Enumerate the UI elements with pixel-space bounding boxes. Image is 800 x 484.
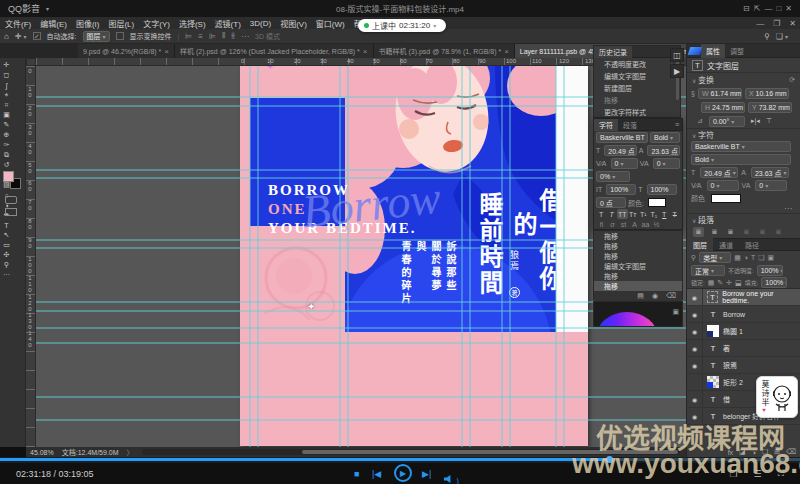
- qq-minimize-button[interactable]: —: [764, 4, 772, 13]
- transform-section-label[interactable]: 变换: [692, 74, 714, 85]
- transform-w-field[interactable]: W61.74 mm: [698, 88, 742, 99]
- menu-3d[interactable]: 3D(D): [250, 19, 271, 28]
- ligatures-button[interactable]: fi: [596, 219, 607, 229]
- filter-type-icon[interactable]: T: [751, 254, 755, 261]
- qq-miniwindow-icon[interactable]: ⊟: [743, 4, 750, 13]
- zoom-level-field[interactable]: 45.08%: [30, 449, 54, 456]
- flip-vertical-icon[interactable]: ⊤: [766, 117, 772, 125]
- lock-transparent-icon[interactable]: ▦: [708, 279, 715, 287]
- home-icon[interactable]: ⌂: [4, 32, 9, 41]
- frame-tool[interactable]: ▣: [0, 110, 13, 120]
- wh-link-icon[interactable]: §: [691, 90, 695, 97]
- superscript-button[interactable]: T¹: [638, 209, 649, 219]
- layer-visibility-toggle[interactable]: ◉: [687, 357, 703, 373]
- props-color-swatch[interactable]: [711, 194, 741, 203]
- justify-last-center-button[interactable]: ≣: [757, 227, 768, 237]
- fractions-button[interactable]: ½: [651, 219, 662, 229]
- new-doc-from-state-icon[interactable]: ▤: [637, 292, 644, 300]
- menu-window[interactable]: 窗口(W): [316, 18, 345, 29]
- props-size-field[interactable]: 20.49 点: [700, 167, 738, 178]
- channels-tab[interactable]: 通道: [713, 240, 739, 250]
- history-panel-tab[interactable]: 历史记录: [594, 46, 632, 58]
- auto-select-dropdown[interactable]: 图层: [83, 31, 110, 42]
- history-state-current[interactable]: 拖移: [594, 281, 682, 291]
- layer-visibility-toggle[interactable]: ◉: [687, 306, 703, 322]
- edit-toolbar-button[interactable]: ⋯: [0, 270, 13, 280]
- layer-visibility-toggle[interactable]: ◉: [687, 323, 703, 339]
- healing-tool[interactable]: ⊕: [0, 130, 13, 140]
- lock-pixels-icon[interactable]: ✎: [717, 279, 723, 287]
- paths-tab[interactable]: 路径: [739, 240, 765, 250]
- status-more-icon[interactable]: 〉: [127, 447, 134, 457]
- vertical-scale-field[interactable]: 100%: [606, 184, 636, 195]
- ordinals-button[interactable]: aa: [640, 219, 651, 229]
- text-color-swatch[interactable]: [648, 198, 666, 207]
- character-panel-menu-icon[interactable]: ≡: [675, 121, 679, 128]
- zoom-tool[interactable]: ⚲: [0, 260, 13, 270]
- show-transform-checkbox[interactable]: [116, 32, 124, 40]
- layer-name[interactable]: 矩形 2: [723, 377, 743, 387]
- horizontal-scrollbar-track[interactable]: [142, 449, 680, 455]
- mode-3d-label[interactable]: 3D 模式: [255, 31, 280, 41]
- shape-layer-thumbnail[interactable]: [707, 325, 719, 337]
- layers-tab[interactable]: 图层: [687, 238, 713, 251]
- paragraph-tab[interactable]: 段落: [618, 120, 642, 130]
- all-caps-button[interactable]: TT: [617, 209, 628, 219]
- rotate-angle-field[interactable]: 0.00°: [709, 116, 745, 127]
- font-family-dropdown[interactable]: Baskerville BT: [596, 132, 648, 143]
- vertical-ruler[interactable]: 0 10 20 30 40 50 60 70 80 90 100 110 120…: [26, 66, 36, 447]
- layer-visibility-toggle[interactable]: ◉: [687, 289, 703, 305]
- volume-button[interactable]: ): [444, 469, 459, 484]
- layer-visibility-toggle[interactable]: ◉: [687, 391, 703, 407]
- type-tool[interactable]: T: [0, 220, 13, 230]
- screenshot-button[interactable]: ❐: [730, 469, 738, 479]
- blend-mode-dropdown[interactable]: 正常: [691, 265, 725, 276]
- marquee-tool[interactable]: ◻: [0, 70, 13, 80]
- layer-visibility-toggle-off[interactable]: [687, 374, 703, 390]
- distribute-v-icon[interactable]: ⫴: [222, 31, 225, 41]
- swash-button[interactable]: σ: [607, 219, 618, 229]
- filter-shape-icon[interactable]: ❏: [758, 254, 764, 262]
- text-layer-thumbnail[interactable]: T: [707, 308, 719, 320]
- layer-name[interactable]: 狼焉: [723, 360, 737, 370]
- adjustment-layer-icon[interactable]: ◑: [752, 449, 756, 456]
- lock-all-icon[interactable]: ⬓: [735, 279, 742, 287]
- menu-edit[interactable]: 编辑(E): [40, 18, 67, 29]
- collapsed-panel-actions-icon[interactable]: ▶: [670, 64, 684, 78]
- transform-h-field[interactable]: H24.75 mm: [701, 102, 745, 113]
- tracking-field[interactable]: 0: [653, 158, 680, 169]
- layer-name[interactable]: Borrow: [723, 311, 745, 318]
- crop-tool[interactable]: ⌗: [0, 100, 13, 110]
- qq-app-name[interactable]: QQ影音: [8, 2, 40, 15]
- text-layer-thumbnail[interactable]: T: [707, 291, 719, 303]
- properties-tab[interactable]: 属性: [701, 44, 725, 58]
- menu-layer[interactable]: 图层(L): [108, 18, 134, 29]
- playlist-button[interactable]: ☰: [754, 469, 762, 479]
- subscript-button[interactable]: T₁: [649, 209, 660, 219]
- history-state[interactable]: 拖移: [594, 231, 682, 241]
- more-align-icon[interactable]: ⋯: [241, 32, 249, 41]
- layer-row-selected[interactable]: ◉ T Borrow one your bedtime.: [687, 289, 800, 306]
- layer-visibility-toggle[interactable]: ◉: [687, 340, 703, 356]
- layer-row[interactable]: ◉ T 著: [687, 340, 800, 357]
- faux-italic-button[interactable]: T: [607, 209, 618, 219]
- delete-state-icon[interactable]: ⌫: [666, 292, 676, 300]
- new-snapshot-icon[interactable]: ◉: [652, 292, 658, 300]
- stylistic-alt-button[interactable]: st: [618, 219, 629, 229]
- character-section-label[interactable]: 字符: [692, 129, 714, 140]
- ps-close-button[interactable]: ✕: [789, 19, 796, 28]
- seek-track-played[interactable]: [0, 458, 610, 461]
- align-left-icon[interactable]: ⊨: [185, 32, 192, 41]
- layer-row[interactable]: ◉ T 狼焉: [687, 357, 800, 374]
- fill-field[interactable]: 100%: [761, 277, 787, 288]
- layer-row[interactable]: ◉ 椭圆 1: [687, 323, 800, 340]
- screen-mode-button[interactable]: [5, 208, 17, 216]
- layer-name[interactable]: 椭圆 1: [723, 326, 743, 336]
- text-layer-thumbnail[interactable]: T: [707, 393, 719, 405]
- proportional-spacing-field[interactable]: 0%: [596, 171, 630, 182]
- history-state[interactable]: 拖移: [594, 271, 682, 281]
- seek-handle[interactable]: [606, 456, 613, 463]
- menu-image[interactable]: 图像(I): [76, 18, 100, 29]
- shape-tool[interactable]: ▭: [0, 240, 13, 250]
- gradient-panel-icon[interactable]: ▣: [672, 308, 679, 316]
